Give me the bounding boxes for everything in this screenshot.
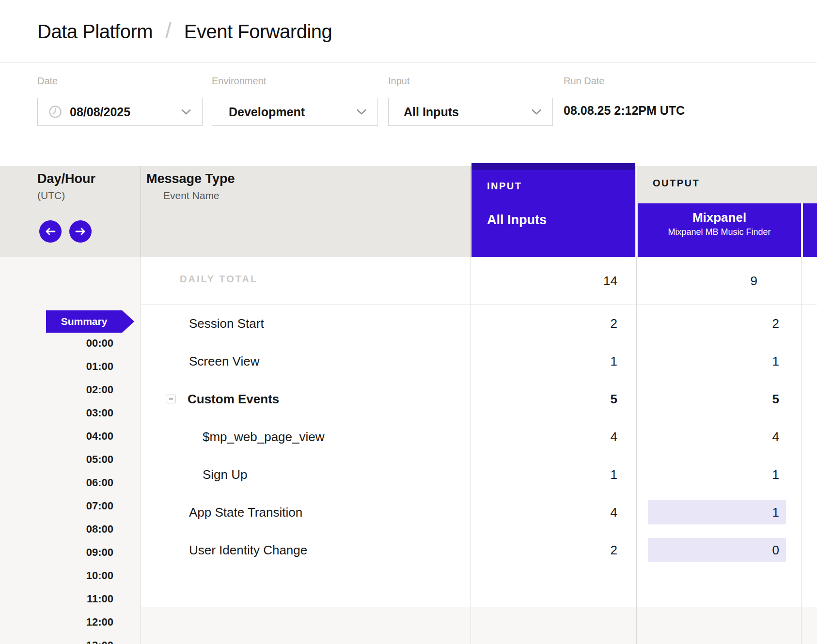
environment-value: Development xyxy=(229,105,305,119)
column-divider xyxy=(141,166,141,257)
chevron-down-icon xyxy=(356,109,367,115)
input-filter-label: Input xyxy=(388,76,409,87)
input-column-top-strip xyxy=(471,163,635,170)
arrow-right-icon xyxy=(75,228,86,235)
daily-total-mixpanel-value: 9 xyxy=(637,274,779,289)
hour-label[interactable]: 12:00 xyxy=(0,616,113,629)
row-label: Session Start xyxy=(189,316,264,331)
hour-label[interactable]: 06:00 xyxy=(0,476,113,489)
header-seam xyxy=(801,203,802,257)
input-cell-value: 4 xyxy=(471,500,617,524)
run-date-value: 08.08.25 2:12PM UTC xyxy=(564,104,685,118)
environment-filter-label: Environment xyxy=(212,76,266,87)
hour-label[interactable]: 10:00 xyxy=(0,569,113,582)
input-column-header[interactable]: INPUT All Inputs xyxy=(471,163,635,257)
arrow-left-icon xyxy=(45,228,56,235)
collapse-minus-icon[interactable] xyxy=(167,395,175,403)
row-label: Sign Up xyxy=(203,467,248,482)
date-dropdown[interactable]: 08/08/2025 xyxy=(37,98,203,126)
date-value: 08/08/2025 xyxy=(70,105,130,119)
mixpanel-cell-value: 4 xyxy=(648,425,786,449)
table-row-child: $mp_web_page_view 4 4 xyxy=(0,418,817,456)
row-label: App State Transition xyxy=(189,505,302,520)
table-row: App State Transition 4 1 xyxy=(0,493,817,531)
mixpanel-cell-value: 1 xyxy=(648,349,786,373)
input-value: All Inputs xyxy=(404,105,459,119)
input-column-name: All Inputs xyxy=(487,213,547,228)
filter-bar: Date Environment Input Run Date 08/08/20… xyxy=(0,63,817,166)
message-type-header: Message Type xyxy=(146,171,235,186)
event-rows: Session Start 2 2 Screen View 1 1 Custom… xyxy=(0,305,817,569)
daily-total-input-value: 14 xyxy=(471,274,617,289)
input-dropdown[interactable]: All Inputs xyxy=(388,98,553,126)
output-section-label: OUTPUT xyxy=(653,178,700,189)
row-label: User Identity Change xyxy=(189,543,307,558)
row-label: Screen View xyxy=(189,354,260,369)
chevron-down-icon xyxy=(531,109,542,115)
day-hour-header: Day/Hour xyxy=(37,171,95,186)
hour-label[interactable]: 07:00 xyxy=(0,500,113,512)
mixpanel-column-subtitle: Mixpanel MB Music Finder xyxy=(638,227,801,237)
row-label: Custom Events xyxy=(188,392,279,407)
mixpanel-column-header[interactable]: Mixpanel Mixpanel MB Music Finder xyxy=(638,203,801,257)
hour-label[interactable]: 01:00 xyxy=(0,360,113,373)
table-row: User Identity Change 2 0 xyxy=(0,531,817,569)
table-row-child: Sign Up 1 1 xyxy=(0,456,817,493)
hour-label[interactable]: 02:00 xyxy=(0,383,113,396)
hour-label[interactable]: 04:00 xyxy=(0,430,113,443)
mixpanel-cell-value-highlighted: 0 xyxy=(648,538,786,562)
column-divider xyxy=(471,166,471,257)
run-date-label: Run Date xyxy=(564,76,605,87)
daily-total-label: DAILY TOTAL xyxy=(180,274,258,285)
hour-label[interactable]: 00:00 xyxy=(0,337,113,350)
row-label: $mp_web_page_view xyxy=(203,429,325,445)
date-filter-label: Date xyxy=(37,76,58,87)
mixpanel-cell-value: 2 xyxy=(648,311,786,336)
input-cell-value: 5 xyxy=(471,387,617,411)
table-row-group: Custom Events 5 5 xyxy=(0,380,817,418)
input-cell-value: 4 xyxy=(471,425,617,449)
next-output-column-partial xyxy=(803,203,817,257)
table-row: Screen View 1 1 xyxy=(0,342,817,380)
clock-icon xyxy=(48,105,62,119)
mixpanel-cell-value-highlighted: 1 xyxy=(648,500,786,524)
next-day-button[interactable] xyxy=(69,220,92,243)
breadcrumb: Data Platform / Event Forwarding xyxy=(37,0,332,63)
top-bar: Data Platform / Event Forwarding xyxy=(0,0,817,63)
event-forwarding-page: Data Platform / Event Forwarding Date En… xyxy=(0,0,817,644)
summary-label: Summary xyxy=(61,316,108,327)
summary-badge-arrow xyxy=(122,310,134,333)
chevron-down-icon xyxy=(181,109,191,115)
hour-label[interactable]: 11:00 xyxy=(0,593,113,605)
mixpanel-cell-value: 5 xyxy=(648,387,786,411)
hour-label[interactable]: 05:00 xyxy=(0,453,113,466)
table-footer-band xyxy=(141,607,817,644)
hour-label[interactable]: 09:00 xyxy=(0,546,113,559)
prev-day-button[interactable] xyxy=(39,220,62,243)
event-name-subheader: Event Name xyxy=(163,190,220,201)
breadcrumb-separator: / xyxy=(165,17,172,44)
environment-dropdown[interactable]: Development xyxy=(212,98,378,126)
input-cell-value: 2 xyxy=(471,311,617,336)
hour-label[interactable]: 13:00 xyxy=(0,639,113,644)
breadcrumb-section-link[interactable]: Data Platform xyxy=(37,21,153,43)
input-cell-value: 1 xyxy=(471,462,617,487)
summary-badge[interactable]: Summary xyxy=(46,310,122,333)
mixpanel-column-name: Mixpanel xyxy=(638,210,801,225)
utc-label: (UTC) xyxy=(37,190,65,201)
mixpanel-cell-value: 1 xyxy=(648,462,786,487)
page-title: Event Forwarding xyxy=(184,21,332,43)
input-section-label: INPUT xyxy=(487,181,522,192)
header-seam xyxy=(636,163,637,257)
input-cell-value: 1 xyxy=(471,349,617,373)
hour-label[interactable]: 03:00 xyxy=(0,407,113,419)
hour-label[interactable]: 08:00 xyxy=(0,523,113,536)
input-cell-value: 2 xyxy=(471,538,617,562)
